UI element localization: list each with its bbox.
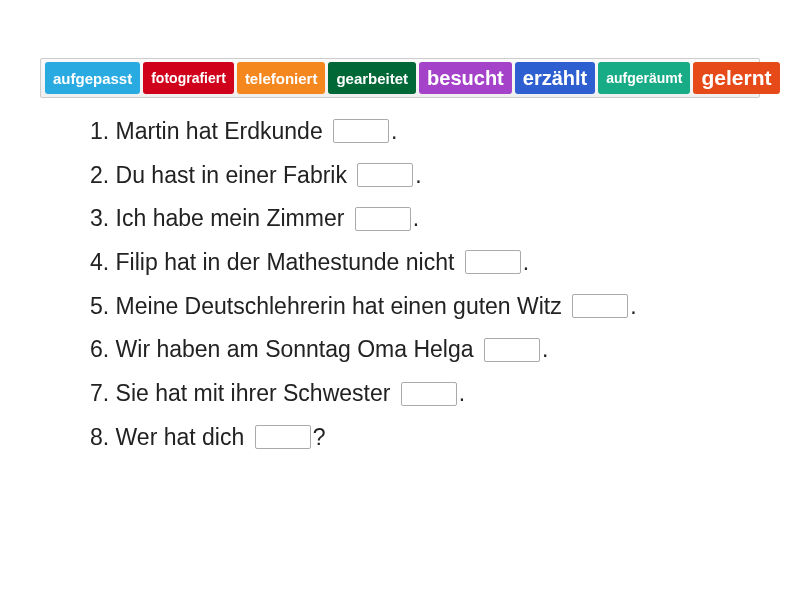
word-tile-gearbeitet[interactable]: gearbeitet — [328, 62, 416, 94]
sentence-2: 2. Du hast in einer Fabrik . — [90, 154, 750, 198]
answer-blank[interactable] — [401, 382, 457, 406]
sentence-text: 2. Du hast in einer Fabrik — [90, 162, 353, 188]
answer-blank[interactable] — [465, 250, 521, 274]
sentence-punct: . — [415, 162, 421, 188]
sentence-text: 6. Wir haben am Sonntag Oma Helga — [90, 336, 480, 362]
word-tile-aufgepasst[interactable]: aufgepasst — [45, 62, 140, 94]
answer-blank[interactable] — [355, 207, 411, 231]
word-tile-besucht[interactable]: besucht — [419, 62, 512, 94]
sentence-text: 1. Martin hat Erdkunde — [90, 118, 329, 144]
sentence-1: 1. Martin hat Erdkunde . — [90, 110, 750, 154]
sentence-7: 7. Sie hat mit ihrer Schwester . — [90, 372, 750, 416]
sentence-4: 4. Filip hat in der Mathestunde nicht . — [90, 241, 750, 285]
sentence-8: 8. Wer hat dich ? — [90, 416, 750, 460]
sentence-punct: . — [542, 336, 548, 362]
sentence-list: 1. Martin hat Erdkunde .2. Du hast in ei… — [90, 110, 750, 460]
answer-blank[interactable] — [572, 294, 628, 318]
sentence-text: 5. Meine Deutschlehrerin hat einen guten… — [90, 293, 568, 319]
word-tile-aufgeräumt[interactable]: aufgeräumt — [598, 62, 690, 94]
sentence-text: 3. Ich habe mein Zimmer — [90, 205, 351, 231]
sentence-text: 7. Sie hat mit ihrer Schwester — [90, 380, 397, 406]
answer-blank[interactable] — [484, 338, 540, 362]
sentence-text: 8. Wer hat dich — [90, 424, 251, 450]
word-bank: aufgepasstfotografierttelefoniertgearbei… — [40, 58, 760, 98]
word-tile-gelernt[interactable]: gelernt — [693, 62, 779, 94]
sentence-punct: . — [523, 249, 529, 275]
sentence-punct: . — [413, 205, 419, 231]
answer-blank[interactable] — [357, 163, 413, 187]
word-tile-telefoniert[interactable]: telefoniert — [237, 62, 326, 94]
word-tile-fotografiert[interactable]: fotografiert — [143, 62, 234, 94]
sentence-3: 3. Ich habe mein Zimmer . — [90, 197, 750, 241]
sentence-6: 6. Wir haben am Sonntag Oma Helga . — [90, 328, 750, 372]
sentence-text: 4. Filip hat in der Mathestunde nicht — [90, 249, 461, 275]
word-tile-erzählt[interactable]: erzählt — [515, 62, 595, 94]
sentence-punct: . — [459, 380, 465, 406]
sentence-5: 5. Meine Deutschlehrerin hat einen guten… — [90, 285, 750, 329]
sentence-punct: . — [630, 293, 636, 319]
sentence-punct: . — [391, 118, 397, 144]
answer-blank[interactable] — [255, 425, 311, 449]
sentence-punct: ? — [313, 424, 326, 450]
answer-blank[interactable] — [333, 119, 389, 143]
